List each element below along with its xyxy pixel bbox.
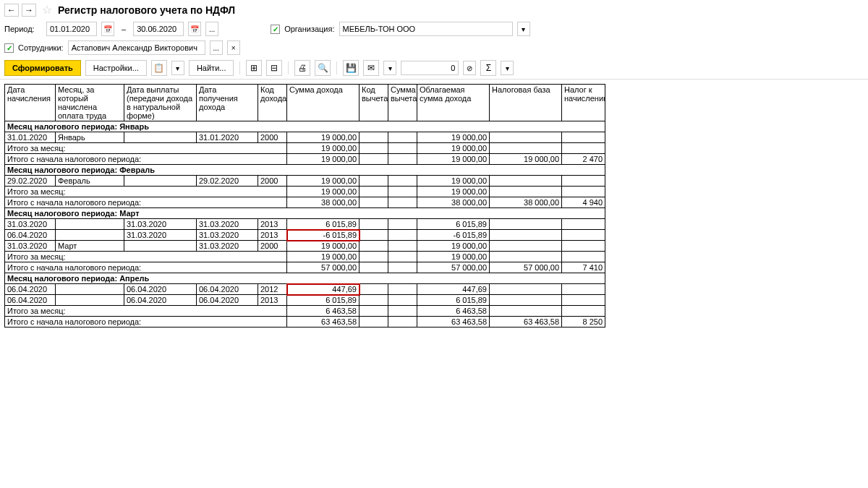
table-row: Итого с начала налогового периода:57 000… bbox=[5, 262, 605, 273]
col-taxable: Облагаемая сумма дохода bbox=[417, 85, 490, 121]
forward-button[interactable]: → bbox=[22, 4, 36, 17]
org-input[interactable] bbox=[339, 22, 513, 36]
org-label: Организация: bbox=[284, 25, 334, 33]
employee-more-button[interactable]: ... bbox=[210, 40, 223, 55]
page-title: Регистр налогового учета по НДФЛ bbox=[58, 4, 235, 16]
table-row: 06.04.202006.04.202006.04.202020136 015,… bbox=[5, 295, 605, 306]
employee-checkbox[interactable] bbox=[4, 43, 14, 53]
report-table: Дата начисления Месяц, за который начисл… bbox=[4, 84, 605, 328]
dash: – bbox=[122, 25, 126, 33]
table-row: 31.01.2020Январь31.01.2020200019 000,001… bbox=[5, 132, 605, 143]
calendar-from-icon[interactable]: 📅 bbox=[101, 22, 114, 36]
settings-button[interactable]: Настройки... bbox=[85, 60, 147, 76]
col-code: Код дохода bbox=[258, 85, 287, 121]
org-dropdown-button[interactable]: ▾ bbox=[517, 22, 530, 36]
period-label: Период: bbox=[4, 25, 42, 33]
table-row: Итого с начала налогового периода:19 000… bbox=[5, 154, 605, 165]
section-feb: Месяц налогового периода: Февраль bbox=[5, 165, 605, 176]
employee-label: Сотрудники: bbox=[18, 43, 64, 52]
table-row: 31.03.202031.03.202031.03.202020136 015,… bbox=[5, 219, 605, 230]
table-row: Итого за месяц:19 000,0019 000,00 bbox=[5, 252, 605, 262]
col-base: Налоговая база bbox=[490, 85, 562, 121]
table-row: 31.03.2020Март31.03.2020200019 000,0019 … bbox=[5, 241, 605, 252]
highlighted-cell: -6 015,89 bbox=[287, 230, 359, 241]
col-dedsum: Сумма вычета bbox=[388, 85, 417, 121]
variant-icon[interactable]: 📋 bbox=[151, 60, 167, 76]
org-checkbox[interactable] bbox=[271, 25, 280, 34]
save-icon[interactable]: 💾 bbox=[343, 60, 359, 76]
variant-dropdown[interactable]: ▾ bbox=[171, 61, 184, 75]
mail-dropdown[interactable]: ▾ bbox=[383, 61, 396, 75]
preview-icon[interactable]: 🔍 bbox=[315, 60, 331, 76]
sigma-dropdown[interactable]: ▾ bbox=[501, 61, 514, 75]
period-more-button[interactable]: ... bbox=[205, 22, 218, 36]
collapse-icon[interactable]: ⊟ bbox=[266, 60, 282, 76]
section-mar: Месяц налогового периода: Март bbox=[5, 208, 605, 219]
print-icon[interactable]: 🖨 bbox=[294, 60, 310, 76]
sum-input[interactable] bbox=[401, 61, 459, 75]
table-row: Итого с начала налогового периода:38 000… bbox=[5, 197, 605, 208]
table-row: 29.02.2020Февраль29.02.2020200019 000,00… bbox=[5, 176, 605, 187]
employee-input[interactable] bbox=[68, 40, 205, 55]
col-dedcode: Код вычета bbox=[359, 85, 388, 121]
col-tax: Налог к начислению bbox=[562, 85, 605, 121]
table-row: 06.04.202031.03.202031.03.20202013-6 015… bbox=[5, 230, 605, 241]
find-button[interactable]: Найти... bbox=[189, 60, 234, 76]
table-row: Итого с начала налогового периода:63 463… bbox=[5, 317, 605, 328]
sigma-icon[interactable]: Σ bbox=[480, 60, 496, 76]
table-row: Итого за месяц:6 463,586 463,58 bbox=[5, 306, 605, 317]
section-jan: Месяц налогового периода: Январь bbox=[5, 121, 605, 132]
employee-clear-button[interactable]: × bbox=[227, 40, 240, 55]
calendar-to-icon[interactable]: 📅 bbox=[188, 22, 201, 36]
section-apr: Месяц налогового периода: Апрель bbox=[5, 273, 605, 284]
table-row: Итого за месяц:19 000,0019 000,00 bbox=[5, 143, 605, 154]
col-sum: Сумма дохода bbox=[287, 85, 359, 121]
period-from-input[interactable] bbox=[46, 22, 97, 36]
favorite-icon[interactable]: ☆ bbox=[42, 3, 52, 17]
back-button[interactable]: ← bbox=[4, 4, 19, 17]
col-date: Дата начисления bbox=[5, 85, 56, 121]
table-row: Итого за месяц:19 000,0019 000,00 bbox=[5, 187, 605, 197]
form-button[interactable]: Сформировать bbox=[4, 60, 81, 76]
mail-icon[interactable]: ✉ bbox=[363, 60, 379, 76]
sum-clear[interactable]: ⊘ bbox=[463, 61, 476, 75]
period-to-input[interactable] bbox=[133, 22, 184, 36]
col-paydate: Дата выплаты (передачи дохода в натураль… bbox=[124, 85, 197, 121]
expand-icon[interactable]: ⊞ bbox=[246, 60, 262, 76]
col-recvdate: Дата получения дохода bbox=[197, 85, 258, 121]
highlighted-cell: 447,69 bbox=[287, 284, 359, 295]
table-row: 06.04.202006.04.202006.04.20202012447,69… bbox=[5, 284, 605, 295]
col-month: Месяц, за который начислена оплата труда bbox=[56, 85, 124, 121]
